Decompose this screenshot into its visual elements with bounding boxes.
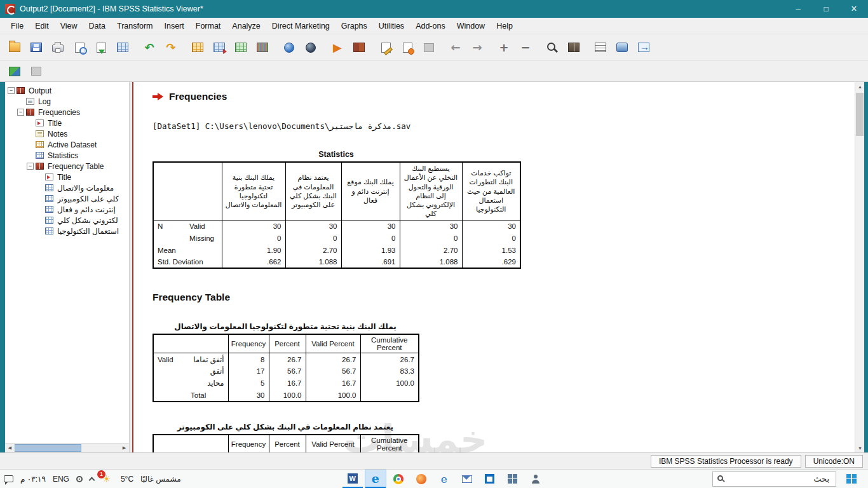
redo-button[interactable]: ↷ bbox=[160, 38, 182, 57]
firefox-taskbar-button[interactable] bbox=[411, 470, 431, 488]
tree-item[interactable]: لكتروني بشكل كلي bbox=[5, 215, 129, 226]
tree-item[interactable]: كلي على الكومبيوتر bbox=[5, 193, 129, 204]
hide-button[interactable] bbox=[563, 38, 585, 57]
collapse-toggle[interactable]: − bbox=[27, 163, 34, 170]
dataset-icon bbox=[36, 141, 44, 148]
menu-graphs[interactable]: Graphs bbox=[336, 19, 373, 33]
demote-button[interactable]: → bbox=[466, 38, 488, 57]
collapse-button[interactable]: − bbox=[515, 38, 536, 57]
menu-add-ons[interactable]: Add-ons bbox=[410, 19, 451, 33]
goto-data-button[interactable] bbox=[4, 62, 25, 81]
insert-heading-button[interactable] bbox=[375, 38, 397, 57]
tree-item[interactable]: إنترنت دائم و فعال bbox=[5, 204, 129, 215]
tree-item[interactable]: Title bbox=[5, 172, 129, 182]
mail-taskbar-button[interactable] bbox=[457, 470, 477, 488]
menu-insert[interactable]: Insert bbox=[158, 19, 189, 33]
menu-edit[interactable]: Edit bbox=[29, 19, 55, 33]
insert-text-button[interactable] bbox=[418, 38, 440, 57]
print-button[interactable] bbox=[47, 38, 69, 57]
open-button[interactable] bbox=[4, 38, 25, 57]
replace-button[interactable] bbox=[300, 38, 322, 57]
scroll-thumb[interactable] bbox=[15, 444, 81, 452]
menu-direct-marketing[interactable]: Direct Marketing bbox=[266, 19, 336, 33]
menu-help[interactable]: Help bbox=[491, 19, 519, 33]
frequency-table-2[interactable]: Frequency Percent Valid Percent Cumulati… bbox=[153, 434, 419, 452]
tree-item[interactable]: استعمال التكنولوجيا bbox=[5, 226, 129, 236]
collapse-toggle[interactable]: − bbox=[8, 87, 15, 94]
menu-format[interactable]: Format bbox=[190, 19, 227, 33]
scroll-left-button[interactable]: ◀ bbox=[5, 444, 15, 452]
tree-item[interactable]: Statistics bbox=[5, 150, 129, 161]
clock[interactable]: ٠٣:١٩ م bbox=[20, 475, 46, 484]
export-button[interactable] bbox=[90, 38, 112, 57]
apps-taskbar-button[interactable] bbox=[503, 470, 523, 488]
language-indicator[interactable]: ENG bbox=[53, 475, 69, 484]
start-button[interactable] bbox=[839, 470, 864, 488]
scroll-track[interactable] bbox=[15, 444, 119, 452]
run-script-button[interactable] bbox=[633, 38, 654, 57]
goto-case-button[interactable] bbox=[187, 38, 208, 57]
output-content-pane[interactable]: Frequencies [DataSet1] C:\Users\lenovo\D… bbox=[132, 82, 855, 452]
maximize-button[interactable] bbox=[812, 0, 840, 18]
collapse-toggle[interactable]: − bbox=[17, 109, 24, 116]
variables-button[interactable] bbox=[230, 38, 252, 57]
tree-item[interactable]: معلومات والاتصال bbox=[5, 182, 129, 193]
expand-button[interactable]: + bbox=[493, 38, 515, 57]
scroll-right-button[interactable]: ▶ bbox=[119, 444, 129, 452]
minimize-button[interactable] bbox=[784, 0, 812, 18]
menu-file[interactable]: File bbox=[5, 19, 29, 33]
tree-item[interactable]: Notes bbox=[5, 128, 129, 139]
tree-item[interactable]: Log bbox=[5, 96, 129, 107]
people-taskbar-button[interactable] bbox=[526, 470, 546, 488]
weather-temp[interactable]: 5°C bbox=[121, 475, 133, 484]
tree-item[interactable]: Active Dataset bbox=[5, 139, 129, 150]
edge-taskbar-button[interactable] bbox=[365, 470, 386, 488]
menu-transform[interactable]: Transform bbox=[111, 19, 159, 33]
print-preview-button[interactable] bbox=[69, 38, 90, 57]
menu-utilities[interactable]: Utilities bbox=[373, 19, 410, 33]
promote-button[interactable]: ← bbox=[445, 38, 466, 57]
tree-item[interactable]: Title bbox=[5, 118, 129, 128]
store-taskbar-button[interactable] bbox=[480, 470, 500, 488]
tree-item[interactable]: −Frequency Table bbox=[5, 161, 129, 172]
word-taskbar-button[interactable] bbox=[342, 470, 363, 488]
show-button[interactable] bbox=[541, 38, 563, 57]
hidden-icons-chevron[interactable] bbox=[88, 477, 95, 483]
menu-window[interactable]: Window bbox=[451, 19, 491, 33]
cell-value: 30 bbox=[285, 220, 341, 232]
tree-item[interactable]: −Frequencies bbox=[5, 107, 129, 118]
blank-button[interactable] bbox=[25, 62, 47, 81]
search-input[interactable] bbox=[712, 471, 836, 487]
save-button[interactable] bbox=[25, 38, 47, 57]
goto-variable-button[interactable] bbox=[208, 38, 230, 57]
outline-size-button[interactable] bbox=[590, 38, 611, 57]
select-last-output-button[interactable]: ▶ bbox=[327, 38, 348, 57]
menu-data[interactable]: Data bbox=[83, 19, 111, 33]
recall-dialogs-button[interactable] bbox=[112, 38, 133, 57]
frequency-table-1[interactable]: Frequency Percent Valid Percent Cumulati… bbox=[153, 334, 419, 402]
insert-title-button[interactable] bbox=[397, 38, 418, 57]
menu-analyze[interactable]: Analyze bbox=[226, 19, 266, 33]
weather-label[interactable]: مشمس غالبًا bbox=[140, 475, 181, 484]
find-button[interactable] bbox=[278, 38, 300, 57]
scroll-track[interactable] bbox=[855, 91, 864, 444]
value-labels-button[interactable] bbox=[252, 38, 273, 57]
designate-window-button[interactable] bbox=[348, 38, 370, 57]
scroll-down-button[interactable]: ▼ bbox=[855, 444, 865, 452]
action-center-icon[interactable] bbox=[4, 475, 13, 482]
close-button[interactable] bbox=[840, 0, 868, 18]
chrome-taskbar-button[interactable] bbox=[388, 470, 409, 488]
cell-value: 100.0 bbox=[269, 390, 306, 402]
activate-ole-button[interactable] bbox=[611, 38, 633, 57]
tree-item[interactable]: −Output bbox=[5, 85, 129, 96]
scroll-thumb[interactable] bbox=[856, 93, 864, 136]
scroll-up-button[interactable]: ▲ bbox=[855, 82, 865, 91]
weather-icon[interactable]: 1 bbox=[101, 473, 114, 485]
menu-view[interactable]: View bbox=[55, 19, 83, 33]
location-icon[interactable] bbox=[76, 476, 83, 482]
undo-button[interactable]: ↶ bbox=[139, 38, 160, 57]
ie-taskbar-button[interactable] bbox=[434, 470, 454, 488]
statistics-table[interactable]: يملك البنك بنية تحتية متطورة لتكنولوجيا … bbox=[153, 161, 521, 269]
freq-col-header: Frequency bbox=[228, 334, 269, 353]
row-label: Std. Deviation bbox=[158, 258, 203, 266]
